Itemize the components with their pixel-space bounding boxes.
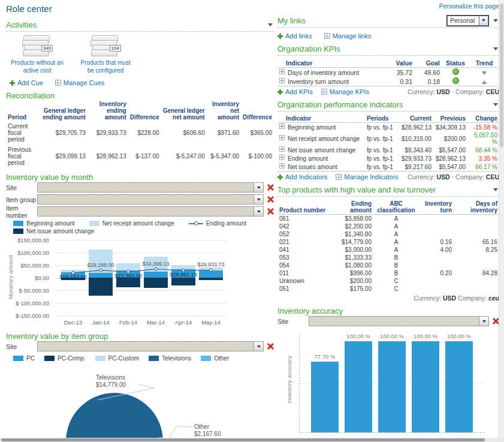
legend-item: PC-Custom bbox=[95, 355, 140, 362]
col-header: Inventory turn bbox=[419, 200, 454, 215]
remove-filter-icon[interactable] bbox=[267, 184, 274, 191]
expand-icon[interactable] bbox=[279, 124, 285, 129]
x-tick-label: May-14 bbox=[197, 319, 225, 326]
section-header: Reconciliation bbox=[6, 91, 274, 100]
legend-item: Ending amount bbox=[189, 220, 246, 227]
collapse-caret-icon[interactable] bbox=[493, 19, 498, 22]
divider bbox=[277, 27, 499, 28]
cue-label: Products that must be configured bbox=[78, 59, 133, 74]
manage-kpis-link[interactable]: Manage KPIs bbox=[321, 88, 369, 95]
filter-row: Site bbox=[6, 341, 274, 352]
section-title: My links bbox=[277, 16, 306, 25]
item-group-dropdown[interactable] bbox=[37, 194, 264, 205]
legend-swatch bbox=[13, 228, 23, 234]
bar-value-label: 100.00 % bbox=[440, 333, 478, 339]
chevron-down-icon[interactable] bbox=[253, 342, 263, 351]
table-row: Inventory turn amount 0.31 0.18 bbox=[277, 77, 499, 86]
table-row: Net issues amount fp vs. fp-1 $9,217.60 … bbox=[277, 163, 499, 172]
kpi-indicator: Days of inventory amount bbox=[288, 69, 359, 76]
add-links-link[interactable]: Add links bbox=[277, 32, 312, 40]
personalize-page-link[interactable]: Personalize this page bbox=[439, 2, 499, 10]
legend-item: Net issue amount change bbox=[13, 228, 94, 234]
expand-icon[interactable] bbox=[279, 69, 285, 74]
manage-indicators-link[interactable]: Manage Indicators bbox=[336, 173, 399, 181]
item-number-dropdown[interactable] bbox=[37, 206, 264, 217]
bar-net-issue bbox=[89, 278, 113, 296]
legend-line-swatch bbox=[189, 221, 203, 226]
remove-filter-icon[interactable] bbox=[267, 343, 274, 350]
col-header: Status bbox=[442, 59, 469, 68]
remove-filter-icon[interactable] bbox=[267, 196, 274, 203]
cue-products-to-configure[interactable]: 104 Products that must be configured bbox=[78, 35, 133, 74]
cue-label: Products without an active cost bbox=[10, 59, 65, 74]
manage-links-link[interactable]: Manage links bbox=[324, 32, 372, 40]
left-column: Role center Activities 349 Products wit bbox=[6, 2, 274, 442]
divider bbox=[6, 31, 274, 32]
data-label: $19,182.00 bbox=[53, 274, 93, 280]
table-row: 061$3,858.00A bbox=[277, 215, 499, 223]
site-dropdown[interactable] bbox=[309, 316, 489, 326]
divider bbox=[277, 196, 499, 197]
chevron-down-icon[interactable] bbox=[253, 195, 263, 204]
bar-value-label: 100.00 % bbox=[407, 333, 444, 339]
y-tick-label: $100,000.00 bbox=[6, 249, 49, 256]
bar-value-label: 100.00 % bbox=[340, 333, 377, 339]
collapse-caret-icon[interactable] bbox=[493, 47, 498, 50]
add-cue-link[interactable]: Add Cue bbox=[10, 79, 43, 86]
vertical-scrollbar[interactable] bbox=[499, 0, 504, 438]
filter-label: Item group bbox=[6, 196, 37, 203]
bar-value-label: 100.00 % bbox=[373, 333, 411, 339]
expand-icon[interactable] bbox=[279, 163, 285, 169]
manage-grid-icon bbox=[55, 80, 61, 86]
section-inventory-by-item-group: Inventory value by item group Site PC PC… bbox=[6, 331, 274, 442]
gridline bbox=[55, 240, 227, 240]
expand-icon[interactable] bbox=[279, 135, 285, 140]
expand-icon[interactable] bbox=[279, 78, 285, 83]
section-header: My links Personal bbox=[277, 16, 499, 25]
manage-cues-link[interactable]: Manage Cues bbox=[55, 79, 105, 86]
col-header: ABC classification bbox=[373, 200, 419, 215]
legend-swatch bbox=[89, 221, 99, 226]
col-header: Inventory ending amount bbox=[87, 100, 128, 121]
horizontal-scrollbar[interactable] bbox=[0, 438, 504, 442]
filter-label: Site bbox=[6, 343, 37, 350]
chevron-down-icon[interactable] bbox=[479, 317, 488, 326]
table-row: Days of inventory amount 35.72 49.60 bbox=[277, 68, 499, 77]
manage-grid-icon bbox=[336, 174, 342, 180]
scrollbar-thumb[interactable] bbox=[1, 438, 485, 441]
scrollbar-thumb[interactable] bbox=[500, 4, 503, 148]
site-dropdown[interactable] bbox=[37, 341, 264, 351]
chevron-down-icon[interactable] bbox=[253, 207, 263, 216]
chart-legend: Beginning amount Net receipt amount chan… bbox=[13, 220, 274, 234]
gridline bbox=[55, 290, 227, 291]
collapse-caret-icon[interactable] bbox=[493, 103, 498, 106]
add-kpis-link[interactable]: Add KPIs bbox=[277, 88, 313, 95]
section-title: Inventory accuracy bbox=[277, 306, 343, 315]
collapse-caret-icon[interactable] bbox=[268, 23, 273, 26]
x-tick-label: Dec-13 bbox=[59, 319, 87, 326]
col-header: Current bbox=[397, 115, 433, 123]
filter-row: Site bbox=[6, 182, 274, 193]
expand-icon[interactable] bbox=[279, 146, 285, 152]
col-header: Value bbox=[385, 59, 414, 68]
legend-swatch bbox=[201, 356, 211, 361]
add-indicators-link[interactable]: Add Indicators bbox=[277, 173, 327, 181]
section-org-kpis: Organization KPIs Indicator Value Goal S… bbox=[277, 44, 499, 95]
legend-item: PC-Comp. bbox=[44, 355, 86, 362]
collapse-caret-icon[interactable] bbox=[493, 188, 498, 191]
expand-icon[interactable] bbox=[279, 155, 285, 160]
site-dropdown[interactable] bbox=[37, 182, 264, 193]
cue-products-no-cost[interactable]: 349 Products without an active cost bbox=[10, 35, 65, 74]
table-row: Current fiscal period $29,705.73 $29,933… bbox=[6, 121, 274, 145]
data-label: $34,309.13 bbox=[135, 261, 176, 267]
links-filter-select[interactable]: Personal bbox=[447, 16, 488, 26]
col-header: General ledger net amount bbox=[161, 100, 207, 121]
manage-grid-icon bbox=[324, 33, 330, 39]
section-my-links: My links Personal Add links Manage links bbox=[277, 16, 499, 40]
chevron-down-icon[interactable] bbox=[253, 183, 263, 192]
x-tick-label: Apr-14 bbox=[170, 319, 197, 326]
section-title: Organization performance indicators bbox=[277, 100, 403, 109]
col-header: Indicator bbox=[277, 115, 365, 123]
trend-arrow-icon bbox=[482, 80, 487, 84]
remove-filter-icon[interactable] bbox=[267, 208, 274, 215]
